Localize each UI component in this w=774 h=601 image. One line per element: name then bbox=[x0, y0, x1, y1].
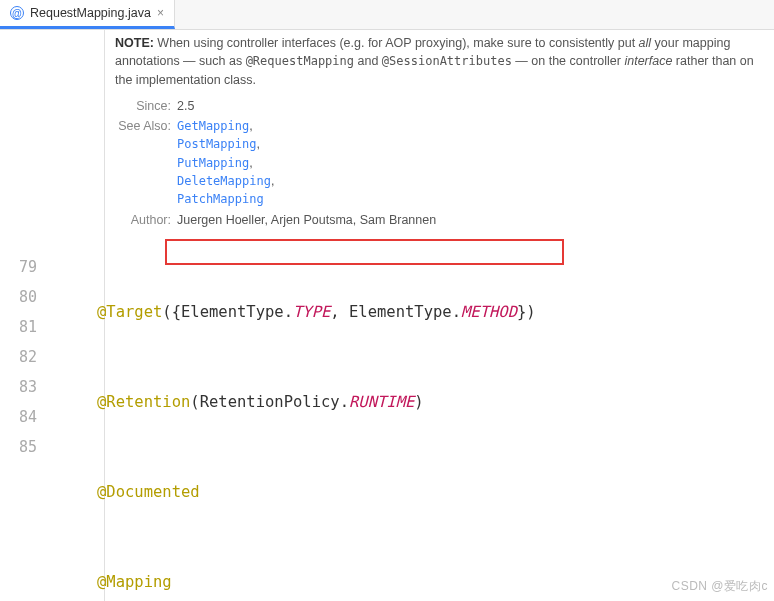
close-icon[interactable]: × bbox=[157, 6, 164, 20]
note-em: all bbox=[639, 36, 652, 50]
since-value: 2.5 bbox=[177, 97, 764, 115]
note-label: NOTE: bbox=[115, 36, 154, 50]
line-number: 81 bbox=[0, 312, 37, 342]
line-number: 84 bbox=[0, 402, 37, 432]
line-number: 80 bbox=[0, 282, 37, 312]
code-line-79: @Target({ElementType.TYPE, ElementType.M… bbox=[97, 297, 774, 327]
annotation-icon: @ bbox=[10, 6, 24, 20]
line-number: 82 bbox=[0, 342, 37, 372]
note-text: and bbox=[354, 54, 382, 68]
watermark: CSDN @爱吃肉c bbox=[671, 578, 768, 595]
seealso-list: GetMapping, PostMapping, PutMapping, Del… bbox=[177, 117, 764, 209]
code-block[interactable]: @Target({ElementType.TYPE, ElementType.M… bbox=[65, 237, 774, 601]
line-number: 83 bbox=[0, 372, 37, 402]
editor-tab[interactable]: @ RequestMapping.java × bbox=[0, 0, 175, 29]
javadoc-author-row: Author: Juergen Hoeller, Arjen Poutsma, … bbox=[115, 211, 764, 229]
note-em: interface bbox=[624, 54, 672, 68]
editor-content: NOTE: When using controller interfaces (… bbox=[55, 30, 774, 601]
code-line-80: @Retention(RetentionPolicy.RUNTIME) bbox=[97, 387, 774, 417]
javadoc-seealso-row: See Also: GetMapping, PostMapping, PutMa… bbox=[115, 117, 764, 209]
javadoc-tags: Since: 2.5 See Also: GetMapping, PostMap… bbox=[115, 97, 764, 229]
line-number: 85 bbox=[0, 432, 37, 462]
highlight-box bbox=[165, 239, 564, 265]
editor-main: 79 80 81 82 83 84 85 NOTE: When using co… bbox=[0, 30, 774, 601]
javadoc-note: NOTE: When using controller interfaces (… bbox=[115, 34, 764, 89]
javadoc-link[interactable]: DeleteMapping bbox=[177, 174, 271, 188]
note-text: When using controller interfaces (e.g. f… bbox=[154, 36, 639, 50]
code-ref: @RequestMapping bbox=[246, 54, 354, 68]
author-label: Author: bbox=[115, 211, 177, 229]
javadoc-link[interactable]: PostMapping bbox=[177, 137, 256, 151]
tab-bar: @ RequestMapping.java × bbox=[0, 0, 774, 30]
javadoc-rendered: NOTE: When using controller interfaces (… bbox=[65, 30, 774, 237]
javadoc-link[interactable]: GetMapping bbox=[177, 119, 249, 133]
javadoc-link[interactable]: PutMapping bbox=[177, 156, 249, 170]
author-value: Juergen Hoeller, Arjen Poutsma, Sam Bran… bbox=[177, 211, 764, 229]
javadoc-since-row: Since: 2.5 bbox=[115, 97, 764, 115]
line-gutter: 79 80 81 82 83 84 85 bbox=[0, 30, 55, 601]
tab-filename: RequestMapping.java bbox=[30, 6, 151, 20]
javadoc-link[interactable]: PatchMapping bbox=[177, 192, 264, 206]
since-label: Since: bbox=[115, 97, 177, 115]
seealso-label: See Also: bbox=[115, 117, 177, 209]
line-number: 79 bbox=[0, 252, 37, 282]
code-line-81: @Documented bbox=[97, 477, 774, 507]
note-text: — on the controller bbox=[512, 54, 625, 68]
code-ref: @SessionAttributes bbox=[382, 54, 512, 68]
